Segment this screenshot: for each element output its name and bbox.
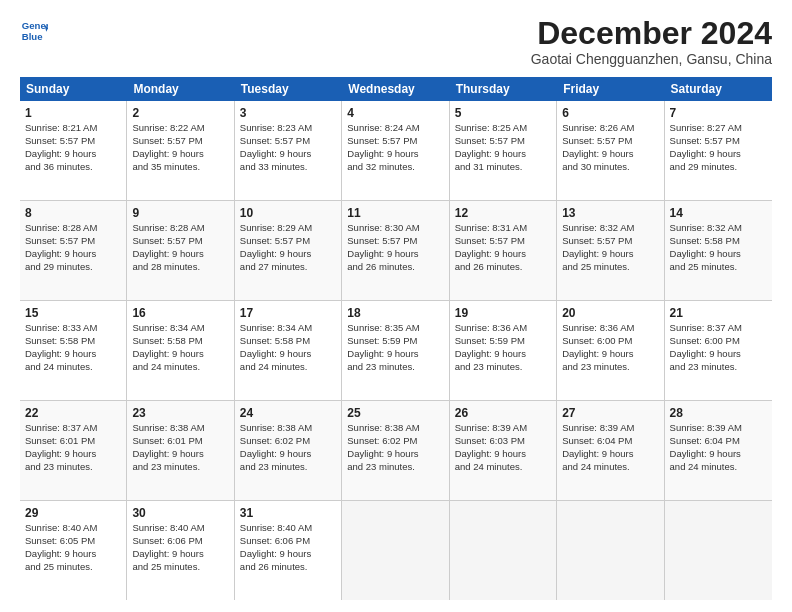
day-info-line: Daylight: 9 hours	[25, 148, 121, 161]
day-cell-9: 9Sunrise: 8:28 AMSunset: 5:57 PMDaylight…	[127, 201, 234, 300]
day-info-line: and 26 minutes.	[347, 261, 443, 274]
day-info-line: Sunset: 5:57 PM	[347, 235, 443, 248]
day-info-line: and 23 minutes.	[670, 361, 767, 374]
day-number: 3	[240, 105, 336, 121]
day-info-line: Sunset: 6:02 PM	[347, 435, 443, 448]
day-number: 17	[240, 305, 336, 321]
day-info-line: Sunrise: 8:39 AM	[562, 422, 658, 435]
day-number: 8	[25, 205, 121, 221]
day-info-line: Sunset: 6:00 PM	[562, 335, 658, 348]
day-info-line: Daylight: 9 hours	[455, 248, 551, 261]
day-info-line: and 35 minutes.	[132, 161, 228, 174]
day-info-line: Sunrise: 8:38 AM	[240, 422, 336, 435]
day-number: 11	[347, 205, 443, 221]
day-info-line: and 23 minutes.	[347, 461, 443, 474]
day-info-line: Sunset: 5:57 PM	[562, 135, 658, 148]
day-info-line: Sunrise: 8:37 AM	[25, 422, 121, 435]
day-info-line: Daylight: 9 hours	[347, 248, 443, 261]
day-number: 5	[455, 105, 551, 121]
day-cell-10: 10Sunrise: 8:29 AMSunset: 5:57 PMDayligh…	[235, 201, 342, 300]
day-info-line: and 23 minutes.	[240, 461, 336, 474]
day-info-line: Sunset: 5:57 PM	[455, 235, 551, 248]
day-cell-19: 19Sunrise: 8:36 AMSunset: 5:59 PMDayligh…	[450, 301, 557, 400]
day-info-line: Sunset: 5:58 PM	[25, 335, 121, 348]
calendar-body: 1Sunrise: 8:21 AMSunset: 5:57 PMDaylight…	[20, 101, 772, 600]
day-info-line: Sunset: 5:57 PM	[455, 135, 551, 148]
day-number: 12	[455, 205, 551, 221]
day-info-line: and 23 minutes.	[562, 361, 658, 374]
calendar: SundayMondayTuesdayWednesdayThursdayFrid…	[20, 77, 772, 600]
day-info-line: Sunrise: 8:40 AM	[240, 522, 336, 535]
day-info-line: and 31 minutes.	[455, 161, 551, 174]
day-cell-26: 26Sunrise: 8:39 AMSunset: 6:03 PMDayligh…	[450, 401, 557, 500]
day-number: 9	[132, 205, 228, 221]
day-info-line: Sunset: 5:57 PM	[25, 135, 121, 148]
day-info-line: Daylight: 9 hours	[132, 148, 228, 161]
day-info-line: Sunrise: 8:39 AM	[455, 422, 551, 435]
day-info-line: and 26 minutes.	[240, 561, 336, 574]
day-number: 27	[562, 405, 658, 421]
day-cell-30: 30Sunrise: 8:40 AMSunset: 6:06 PMDayligh…	[127, 501, 234, 600]
day-info-line: Sunrise: 8:34 AM	[132, 322, 228, 335]
page: General Blue December 2024 Gaotai Chengg…	[0, 0, 792, 612]
day-cell-27: 27Sunrise: 8:39 AMSunset: 6:04 PMDayligh…	[557, 401, 664, 500]
day-cell-16: 16Sunrise: 8:34 AMSunset: 5:58 PMDayligh…	[127, 301, 234, 400]
empty-cell	[342, 501, 449, 600]
day-info-line: Sunrise: 8:40 AM	[25, 522, 121, 535]
day-number: 7	[670, 105, 767, 121]
day-info-line: Sunset: 5:57 PM	[240, 235, 336, 248]
day-info-line: Sunset: 6:04 PM	[562, 435, 658, 448]
day-number: 14	[670, 205, 767, 221]
day-cell-22: 22Sunrise: 8:37 AMSunset: 6:01 PMDayligh…	[20, 401, 127, 500]
day-header-wednesday: Wednesday	[342, 77, 449, 101]
day-info-line: Sunrise: 8:22 AM	[132, 122, 228, 135]
day-header-tuesday: Tuesday	[235, 77, 342, 101]
day-info-line: Sunrise: 8:40 AM	[132, 522, 228, 535]
day-info-line: Daylight: 9 hours	[25, 548, 121, 561]
day-info-line: Daylight: 9 hours	[240, 448, 336, 461]
day-header-saturday: Saturday	[665, 77, 772, 101]
day-number: 10	[240, 205, 336, 221]
day-number: 16	[132, 305, 228, 321]
day-info-line: and 29 minutes.	[25, 261, 121, 274]
day-info-line: Daylight: 9 hours	[240, 348, 336, 361]
day-number: 1	[25, 105, 121, 121]
day-info-line: Sunrise: 8:38 AM	[132, 422, 228, 435]
day-info-line: and 24 minutes.	[670, 461, 767, 474]
day-info-line: Sunrise: 8:28 AM	[132, 222, 228, 235]
day-info-line: Sunset: 6:01 PM	[25, 435, 121, 448]
day-info-line: Sunrise: 8:32 AM	[670, 222, 767, 235]
day-cell-2: 2Sunrise: 8:22 AMSunset: 5:57 PMDaylight…	[127, 101, 234, 200]
day-info-line: Sunset: 5:57 PM	[670, 135, 767, 148]
day-info-line: Sunset: 5:57 PM	[240, 135, 336, 148]
header: General Blue December 2024 Gaotai Chengg…	[20, 16, 772, 67]
day-info-line: Daylight: 9 hours	[670, 448, 767, 461]
day-info-line: Daylight: 9 hours	[132, 448, 228, 461]
day-info-line: Daylight: 9 hours	[347, 448, 443, 461]
day-info-line: Daylight: 9 hours	[562, 448, 658, 461]
day-number: 26	[455, 405, 551, 421]
day-info-line: Sunset: 5:57 PM	[25, 235, 121, 248]
empty-cell	[450, 501, 557, 600]
day-info-line: Sunrise: 8:39 AM	[670, 422, 767, 435]
day-info-line: Daylight: 9 hours	[455, 448, 551, 461]
day-info-line: Sunrise: 8:23 AM	[240, 122, 336, 135]
day-info-line: Sunset: 6:06 PM	[240, 535, 336, 548]
day-info-line: and 23 minutes.	[132, 461, 228, 474]
day-info-line: Daylight: 9 hours	[25, 348, 121, 361]
logo: General Blue	[20, 16, 48, 44]
calendar-header: SundayMondayTuesdayWednesdayThursdayFrid…	[20, 77, 772, 101]
day-info-line: Daylight: 9 hours	[455, 148, 551, 161]
day-info-line: Daylight: 9 hours	[562, 148, 658, 161]
day-number: 13	[562, 205, 658, 221]
day-info-line: Sunrise: 8:24 AM	[347, 122, 443, 135]
day-info-line: Sunset: 5:57 PM	[562, 235, 658, 248]
day-cell-8: 8Sunrise: 8:28 AMSunset: 5:57 PMDaylight…	[20, 201, 127, 300]
day-cell-25: 25Sunrise: 8:38 AMSunset: 6:02 PMDayligh…	[342, 401, 449, 500]
day-info-line: Sunrise: 8:27 AM	[670, 122, 767, 135]
svg-text:Blue: Blue	[22, 31, 43, 42]
day-number: 24	[240, 405, 336, 421]
logo-icon: General Blue	[20, 16, 48, 44]
day-info-line: Daylight: 9 hours	[670, 248, 767, 261]
calendar-week-3: 15Sunrise: 8:33 AMSunset: 5:58 PMDayligh…	[20, 301, 772, 401]
